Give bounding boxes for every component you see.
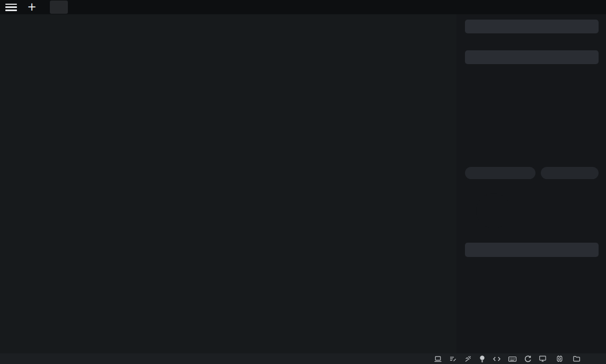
monitor-sidebar: [456, 14, 606, 353]
bulb-icon[interactable]: [479, 355, 486, 363]
disk-percent: [470, 188, 517, 234]
window-controls: [542, 0, 606, 14]
runtime-header-row: [465, 50, 599, 64]
memory-metric[interactable]: [556, 355, 566, 362]
chip-icon: [556, 355, 564, 362]
legend-mem: [531, 82, 541, 90]
cpu-metric[interactable]: [539, 355, 549, 362]
tab-bws[interactable]: [74, 1, 95, 14]
info-header-row: [465, 20, 599, 33]
memory-usage-pill: [541, 167, 599, 179]
disk-metric[interactable]: [573, 355, 583, 362]
task-list-icon[interactable]: [449, 355, 457, 363]
disk-donut-chart: [470, 188, 517, 234]
usage-pills: [465, 167, 599, 179]
memory-legend-swatch: [531, 83, 538, 90]
code-icon[interactable]: [493, 355, 501, 363]
cpu-legend-swatch: [507, 83, 514, 90]
top-bar: +: [0, 0, 606, 14]
monitor-icon: [539, 355, 547, 362]
maximize-button[interactable]: [564, 0, 585, 14]
cpu-dot-icon: [466, 168, 477, 179]
legend-cpu: [507, 82, 517, 90]
folder-icon: [573, 355, 581, 362]
blank-line: [2, 31, 456, 40]
refresh-icon[interactable]: [524, 355, 532, 363]
memory-used-chip: [541, 167, 549, 179]
close-button[interactable]: [585, 0, 606, 14]
minimize-button[interactable]: [542, 0, 564, 14]
laptop-icon[interactable]: [434, 355, 442, 363]
terminal-area[interactable]: [0, 14, 456, 353]
keyboard-icon[interactable]: [508, 355, 517, 363]
htop-function-bar: [2, 40, 455, 49]
sidebar-table-header: [465, 243, 599, 257]
new-tab-button[interactable]: +: [25, 2, 38, 13]
tab-bar: [50, 0, 95, 14]
pin-icon[interactable]: [464, 355, 472, 363]
chart-legend: [465, 82, 584, 90]
cpu-memory-chart: [465, 83, 599, 164]
runtime-value-row: [465, 64, 599, 79]
cpu-usage-pill: [465, 167, 535, 179]
app-window: +: [0, 0, 606, 364]
disk-usage-section: [465, 188, 599, 234]
status-bar: [0, 353, 606, 364]
tab-local-ubuntu[interactable]: [50, 1, 68, 14]
info-value-row: [465, 33, 599, 48]
menu-icon[interactable]: [5, 4, 17, 11]
